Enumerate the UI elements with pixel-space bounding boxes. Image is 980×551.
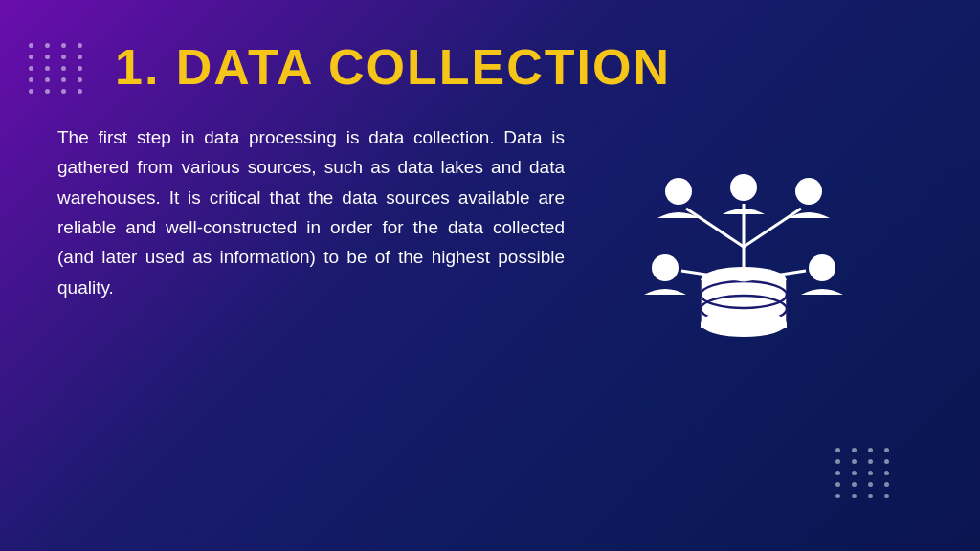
svg-point-18 — [809, 254, 835, 281]
description-text: The first step in data processing is dat… — [57, 122, 565, 302]
text-content: The first step in data processing is dat… — [57, 122, 565, 302]
content-area: The first step in data processing is dat… — [57, 122, 923, 513]
page-title: 1. DATA COLLECTION — [115, 38, 671, 96]
svg-point-7 — [701, 310, 787, 337]
svg-point-15 — [730, 174, 757, 201]
icon-area — [565, 122, 923, 385]
header: 1. DATA COLLECTION — [115, 38, 923, 96]
svg-point-17 — [652, 254, 679, 281]
data-collection-icon — [629, 132, 858, 385]
svg-point-14 — [665, 178, 692, 205]
dots-bottom-right — [835, 448, 894, 498]
svg-point-16 — [795, 178, 822, 205]
slide: 1. DATA COLLECTION The first step in dat… — [0, 0, 980, 551]
dots-top-left — [29, 43, 87, 94]
